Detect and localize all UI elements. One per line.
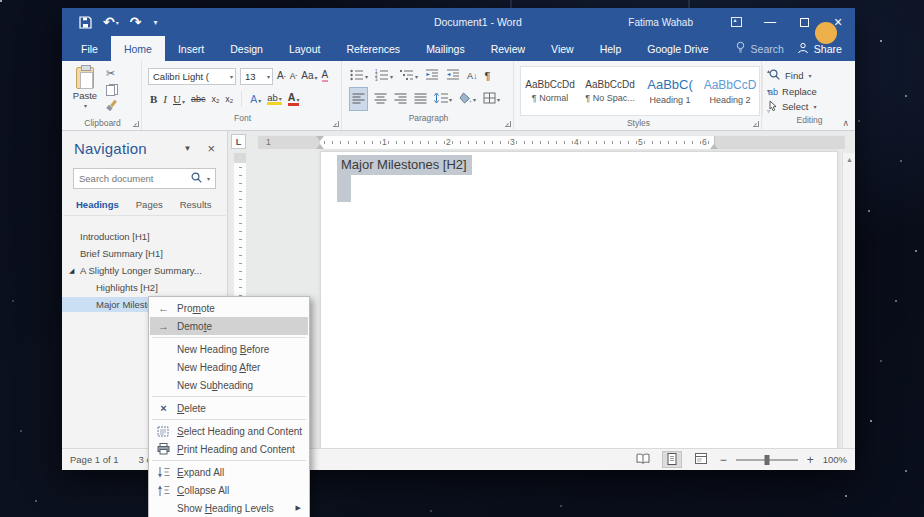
cut-icon[interactable]: ✂ bbox=[106, 68, 118, 79]
italic-button[interactable]: I bbox=[163, 94, 167, 105]
strikethrough-button[interactable]: abc bbox=[191, 95, 206, 104]
collapse-triangle-icon[interactable]: ◢ bbox=[69, 267, 74, 275]
menu-item-new-heading-before[interactable]: New Heading Before bbox=[150, 340, 308, 358]
menu-item-demote[interactable]: →Demote bbox=[150, 317, 308, 335]
undo-button[interactable]: ↶▾ bbox=[103, 15, 119, 29]
nav-tab-results[interactable]: Results bbox=[180, 199, 212, 210]
numbering-button[interactable]: 123▾ bbox=[375, 67, 393, 85]
change-case-button[interactable]: Aa▾ bbox=[301, 71, 317, 81]
menu-item-show-heading-levels[interactable]: Show Heading Levels▶ bbox=[150, 499, 308, 517]
grow-font-button[interactable]: Aˆ bbox=[277, 71, 286, 81]
style--no-spac-[interactable]: AaBbCcDd¶ No Spac... bbox=[585, 69, 635, 113]
navigation-options-dropdown[interactable]: ▼ bbox=[183, 144, 191, 153]
tab-review[interactable]: Review bbox=[478, 36, 538, 61]
menu-item-print-heading-and-content[interactable]: Print Heading and Content bbox=[150, 440, 308, 458]
save-icon[interactable] bbox=[79, 16, 92, 29]
bold-button[interactable]: B bbox=[150, 94, 157, 105]
align-center-button[interactable] bbox=[374, 90, 387, 108]
right-indent-marker[interactable] bbox=[710, 144, 718, 149]
menu-item-new-subheading[interactable]: New Subheading bbox=[150, 376, 308, 394]
clear-formatting-button[interactable]: A bbox=[322, 70, 329, 82]
nav-heading-item[interactable]: Introduction [H1] bbox=[62, 228, 227, 245]
zoom-slider[interactable] bbox=[736, 459, 798, 461]
tab-insert[interactable]: Insert bbox=[165, 36, 217, 61]
zoom-out-button[interactable]: − bbox=[720, 454, 727, 466]
styles-dialog-launcher[interactable] bbox=[753, 121, 759, 127]
multilevel-list-button[interactable]: ▾ bbox=[400, 67, 418, 85]
read-mode-button[interactable] bbox=[633, 451, 653, 468]
nav-tab-headings[interactable]: Headings bbox=[76, 199, 119, 210]
tab-references[interactable]: References bbox=[333, 36, 413, 61]
tab-selector[interactable]: L bbox=[231, 134, 246, 149]
nav-heading-item[interactable]: ◢A Slightly Longer Summary... bbox=[62, 262, 227, 279]
document-heading-selected-text[interactable]: Major Milestones [H2] bbox=[337, 155, 472, 175]
borders-button[interactable]: ▾ bbox=[483, 90, 500, 108]
nav-tab-pages[interactable]: Pages bbox=[136, 199, 163, 210]
menu-item-delete[interactable]: ×Delete bbox=[150, 399, 308, 417]
find-button[interactable]: Find▾ bbox=[768, 68, 851, 83]
menu-item-promote[interactable]: ←Promote bbox=[150, 299, 308, 317]
search-options-dropdown[interactable]: ▾ bbox=[207, 175, 210, 182]
shading-button[interactable]: ▾ bbox=[459, 90, 476, 108]
menu-item-new-heading-after[interactable]: New Heading After bbox=[150, 358, 308, 376]
vertical-scrollbar[interactable]: ▲ bbox=[842, 153, 855, 448]
print-layout-button[interactable] bbox=[662, 451, 682, 468]
tab-mailings[interactable]: Mailings bbox=[413, 36, 478, 61]
font-size-combo[interactable]: 13▾ bbox=[240, 68, 273, 85]
account-name[interactable]: Fatima Wahab bbox=[628, 17, 693, 28]
subscript-button[interactable]: x2 bbox=[212, 95, 220, 104]
first-line-indent-marker[interactable] bbox=[316, 136, 324, 141]
highlight-color-button[interactable]: ab▾ bbox=[267, 93, 282, 106]
zoom-slider-thumb[interactable] bbox=[764, 455, 769, 465]
replace-button[interactable]: abReplace bbox=[768, 86, 851, 97]
align-left-button[interactable] bbox=[350, 88, 367, 110]
select-button[interactable]: Select▾ bbox=[768, 100, 851, 113]
font-color-button[interactable]: A▾ bbox=[288, 92, 300, 106]
sort-button[interactable]: A↓ bbox=[467, 71, 478, 81]
clipboard-dialog-launcher[interactable] bbox=[133, 121, 139, 127]
increase-indent-button[interactable] bbox=[446, 67, 460, 85]
tab-file[interactable]: File bbox=[68, 36, 111, 61]
zoom-in-button[interactable]: + bbox=[807, 454, 814, 466]
document-page[interactable]: Major Milestones [H2] bbox=[320, 151, 838, 448]
underline-button[interactable]: U▾ bbox=[173, 94, 185, 105]
tab-view[interactable]: View bbox=[538, 36, 587, 61]
format-painter-icon[interactable] bbox=[106, 100, 118, 112]
copy-icon[interactable] bbox=[106, 84, 118, 96]
font-dialog-launcher[interactable] bbox=[333, 121, 339, 127]
search-document-input[interactable]: Search document ▾ bbox=[73, 168, 216, 189]
font-name-combo[interactable]: Calibri Light (▾ bbox=[148, 68, 236, 85]
style-heading-1[interactable]: AaBbC(Heading 1 bbox=[645, 69, 695, 113]
menu-item-select-heading-and-content[interactable]: Select Heading and Content bbox=[150, 422, 308, 440]
paragraph-dialog-launcher[interactable] bbox=[505, 121, 511, 127]
horizontal-ruler[interactable]: 1 123456 bbox=[258, 136, 845, 149]
collapse-ribbon-button[interactable]: ∧ bbox=[842, 118, 849, 128]
web-layout-button[interactable] bbox=[691, 451, 711, 468]
tab-home[interactable]: Home bbox=[111, 36, 165, 61]
customize-qat-button[interactable]: ▾ bbox=[153, 18, 157, 27]
tab-help[interactable]: Help bbox=[587, 36, 635, 61]
zoom-percentage[interactable]: 100% bbox=[823, 454, 847, 465]
align-right-button[interactable] bbox=[394, 90, 407, 108]
tab-google-drive[interactable]: Google Drive bbox=[634, 36, 721, 61]
tab-search[interactable]: Search bbox=[722, 36, 797, 61]
text-effects-button[interactable]: A▾ bbox=[250, 94, 261, 105]
line-spacing-button[interactable]: ▾ bbox=[434, 90, 452, 108]
search-icon[interactable] bbox=[190, 170, 203, 188]
page-count-status[interactable]: Page 1 of 1 bbox=[70, 454, 119, 465]
justify-button[interactable] bbox=[414, 90, 427, 108]
paste-button[interactable]: Paste ▾ bbox=[68, 65, 102, 116]
minimize-button[interactable]: — bbox=[753, 8, 787, 36]
menu-item-expand-all[interactable]: Expand All bbox=[150, 463, 308, 481]
style--normal[interactable]: AaBbCcDd¶ Normal bbox=[525, 69, 575, 113]
superscript-button[interactable]: x2 bbox=[225, 95, 233, 104]
redo-button[interactable]: ↷ bbox=[130, 15, 142, 29]
menu-item-collapse-all[interactable]: Collapse All bbox=[150, 481, 308, 499]
style-heading-2[interactable]: AaBbCcDHeading 2 bbox=[705, 69, 755, 113]
decrease-indent-button[interactable] bbox=[425, 67, 439, 85]
hanging-indent-marker[interactable] bbox=[316, 144, 324, 149]
tab-layout[interactable]: Layout bbox=[276, 36, 334, 61]
nav-heading-item[interactable]: Highlights [H2] bbox=[62, 279, 227, 296]
tab-design[interactable]: Design bbox=[217, 36, 276, 61]
navigation-close-icon[interactable]: × bbox=[207, 142, 215, 155]
